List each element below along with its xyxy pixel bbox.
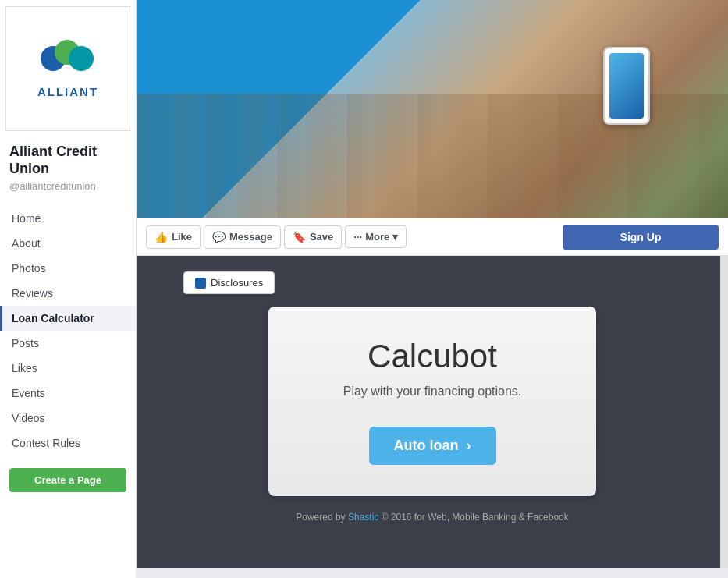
circle-teal [69,46,94,71]
cover-photo [137,0,728,218]
calcubot-card: Calcubot Play with your financing option… [268,307,596,496]
action-bar: 👍 Like 💬 Message 🔖 Save ··· More ▾ Sign … [137,218,728,256]
chevron-down-icon: ▾ [392,231,398,243]
save-label: Save [310,231,333,243]
main-content: 👍 Like 💬 Message 🔖 Save ··· More ▾ Sign … [137,0,728,578]
more-button[interactable]: ··· More ▾ [345,225,407,248]
message-icon: 💬 [212,231,226,243]
thumbs-up-icon: 👍 [154,231,168,243]
alliant-logo: ALLIANT [37,40,98,98]
sidebar-item-events[interactable]: Events [0,381,136,406]
sidebar-item-likes[interactable]: Likes [0,356,136,381]
bookmark-icon: 🔖 [293,231,306,243]
sidebar-item-home[interactable]: Home [0,206,136,231]
message-button[interactable]: 💬 Message [204,225,281,249]
message-label: Message [229,231,272,243]
page-name: Alliant Credit Union [0,137,136,179]
page-logo: ALLIANT [5,6,130,131]
auto-loan-button[interactable]: Auto loan › [369,427,496,465]
sidebar: ALLIANT Alliant Credit Union @alliantcre… [0,0,137,578]
disclosure-icon [195,278,206,289]
disclosures-button[interactable]: Disclosures [183,271,275,294]
disclosures-label: Disclosures [211,277,263,289]
scrollbar[interactable] [720,256,728,568]
signup-button[interactable]: Sign Up [563,225,719,250]
sidebar-item-about[interactable]: About [0,231,136,256]
page-handle: @alliantcreditunion [0,179,136,200]
like-button[interactable]: 👍 Like [146,225,201,249]
footer-powered-text: Powered by [296,512,345,523]
phone-screen [609,53,644,119]
auto-loan-label: Auto loan [394,438,459,454]
chevron-right-icon: › [467,438,471,454]
page-layout: ALLIANT Alliant Credit Union @alliantcre… [0,0,728,578]
sidebar-item-loan-calculator[interactable]: Loan Calculator [0,306,136,331]
sidebar-nav: Home About Photos Reviews Loan Calculato… [0,206,136,456]
sidebar-item-contest-rules[interactable]: Contest Rules [0,431,136,456]
footer-year-text: © 2016 for Web, Mobile Banking & Faceboo… [382,512,569,523]
calcubot-title: Calcubot [315,338,549,375]
sidebar-item-posts[interactable]: Posts [0,331,136,356]
more-dots-icon: ··· [353,231,362,243]
cover-background [137,0,728,218]
footer-brand-link[interactable]: Shastic [348,512,378,523]
create-page-button[interactable]: Create a Page [9,468,126,492]
calcubot-subtitle: Play with your financing options. [315,385,549,399]
widget-footer: Powered by Shastic © 2016 for Web, Mobil… [296,512,569,523]
logo-text: ALLIANT [37,85,98,98]
sidebar-item-reviews[interactable]: Reviews [0,281,136,306]
sidebar-item-videos[interactable]: Videos [0,406,136,431]
widget-area: Disclosures Calcubot Play with your fina… [137,256,728,568]
save-button[interactable]: 🔖 Save [284,225,342,249]
like-label: Like [172,231,192,243]
sidebar-item-photos[interactable]: Photos [0,256,136,281]
logo-circles [41,40,95,79]
more-label: More [365,231,389,243]
phone-illustration [603,47,650,125]
